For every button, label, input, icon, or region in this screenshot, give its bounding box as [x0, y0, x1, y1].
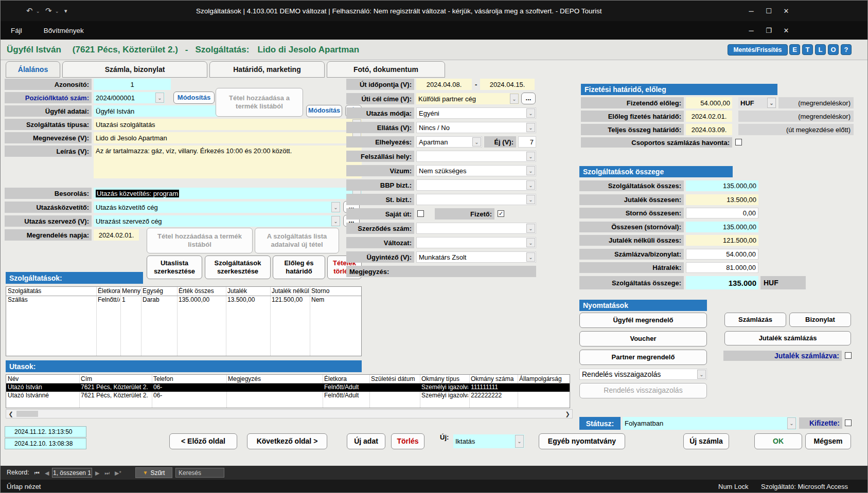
chevron-down-icon[interactable]: ⌄: [526, 166, 535, 175]
chevron-down-icon[interactable]: ⌄: [526, 180, 535, 190]
chevron-down-icon[interactable]: ⌄: [526, 123, 535, 132]
eloleg-es-hatarido-button[interactable]: Előleg és határidő: [273, 255, 325, 279]
next-page-button[interactable]: Következő oldal >: [247, 433, 327, 449]
next-record-icon[interactable]: ▶: [95, 470, 99, 477]
first-record-icon[interactable]: ⏮: [34, 470, 40, 477]
prev-page-button[interactable]: < Előző oldal: [169, 433, 237, 449]
jutalek-szamlazas-button[interactable]: Jutalék számlázás: [724, 331, 851, 345]
child-close-icon[interactable]: ✕: [777, 21, 795, 40]
tab-altalanos[interactable]: Álalános: [6, 61, 60, 78]
table-row[interactable]: Utazó Istvánné 7621 Pécs, Közterület 2. …: [6, 392, 570, 400]
chevron-down-icon[interactable]: ⌄: [510, 94, 519, 104]
new-record-button[interactable]: Új adat: [347, 433, 385, 449]
combo-besorolas[interactable]: Utazás közvetítés: program ⌄: [94, 188, 362, 199]
combo-uj-iktatas[interactable]: Iktatás ⌄: [453, 434, 524, 448]
field-teljes-hatarido[interactable]: 2024.03.09.: [686, 124, 732, 135]
szolgaltatasok-szerkesztese-button[interactable]: Szolgáltatások szerkesztése: [205, 255, 271, 279]
table-row-selected[interactable]: Utazó István 7621 Pécs, Közterület 2. 06…: [6, 384, 570, 392]
uti-cel-browse-button[interactable]: ...: [521, 93, 536, 104]
scroll-right-icon[interactable]: ❯: [563, 410, 572, 418]
child-minimize-icon[interactable]: ─: [742, 21, 760, 40]
sajat-ut-checkbox[interactable]: [417, 210, 424, 217]
jutalek-szamlazva-checkbox[interactable]: [845, 352, 852, 359]
combo-uti-cel[interactable]: Külföldi partner cég ⌄: [416, 93, 519, 104]
tab-foto-dokumentum[interactable]: Fotó, dokumentum: [327, 61, 445, 78]
voucher-button[interactable]: Voucher: [579, 331, 707, 346]
scroll-left-icon[interactable]: ❮: [6, 410, 15, 418]
szamlazas-button[interactable]: Számlázás: [724, 313, 786, 327]
field-ut-ig[interactable]: 2024.04.15.: [480, 79, 535, 90]
combo-tipus[interactable]: Utazási szolgáltatás ⌄: [94, 119, 362, 130]
filter-toggle[interactable]: ▼ Szűrt: [135, 467, 172, 478]
new-record-icon[interactable]: ▶*: [115, 470, 121, 477]
csoportos-checkbox[interactable]: [735, 139, 742, 145]
combo-kozvetito[interactable]: Utazás közvetítő cég ⌄: [94, 202, 341, 213]
search-input[interactable]: Keresés: [175, 468, 224, 478]
combo-felszallasi[interactable]: ⌄: [416, 151, 536, 162]
menu-addins[interactable]: Bővítmények: [38, 21, 90, 40]
chevron-down-icon[interactable]: ⌄: [331, 202, 340, 212]
maximize-icon[interactable]: ☐: [760, 1, 777, 21]
partner-megrendelo-button[interactable]: Partner megrendelő: [579, 350, 707, 365]
quick-button-help[interactable]: ?: [841, 44, 852, 55]
combo-szerzodes[interactable]: ⌄: [416, 223, 536, 234]
utaslista-szerkesztese-button[interactable]: Utaslista szerkesztése: [147, 255, 202, 279]
delete-button[interactable]: Törlés: [391, 433, 424, 449]
menu-file[interactable]: Fájl: [5, 21, 28, 40]
quick-button-o[interactable]: O: [828, 44, 839, 55]
combo-currency[interactable]: HUF ⌄: [738, 97, 776, 108]
field-ut-tol[interactable]: 2024.04.08.: [416, 79, 472, 90]
tab-hatarido-marketing[interactable]: Határidő, marketing: [209, 61, 325, 78]
field-eloleg-hatarido[interactable]: 2024.02.01.: [686, 111, 732, 122]
chevron-down-icon[interactable]: ⌄: [767, 98, 776, 108]
chevron-down-icon[interactable]: ⌄: [526, 252, 535, 262]
chevron-down-icon[interactable]: ⌄: [526, 195, 535, 204]
add-item-button[interactable]: Tétel hozzáadása a termék listából: [147, 228, 253, 253]
chevron-down-icon[interactable]: ⌄: [155, 93, 164, 103]
customize-toolbar-icon[interactable]: ▾: [64, 8, 67, 14]
kifizette-checkbox[interactable]: [845, 419, 852, 426]
tab-szamla-bizonylat[interactable]: Számla, bizonylat: [62, 61, 207, 78]
rendeles-visszaigazolas-button[interactable]: Rendelés visszaigazolás: [579, 383, 707, 398]
combo-utazas-modja[interactable]: Egyéni ⌄: [416, 107, 536, 119]
combo-st[interactable]: ⌄: [416, 194, 536, 205]
last-record-icon[interactable]: ⏭: [104, 470, 110, 477]
utasok-horizontal-scrollbar[interactable]: ❮ ❯: [6, 409, 573, 418]
combo-megnevezes[interactable]: Lido di Jesolo Apartman ⌄: [94, 132, 362, 143]
field-azonosito[interactable]: 1: [94, 79, 171, 90]
scrollbar-thumb[interactable]: [16, 411, 38, 417]
redo-icon[interactable]: ↷: [45, 6, 52, 15]
field-jutalek-osszesen[interactable]: 13.500,00: [686, 194, 758, 205]
field-megrendeles-napja[interactable]: 2024.02.01.: [94, 229, 139, 241]
prev-record-icon[interactable]: ◀: [45, 470, 49, 477]
undo-icon[interactable]: ↶: [26, 6, 33, 15]
combo-valtozat[interactable]: ⌄: [416, 237, 536, 248]
chevron-down-icon[interactable]: ⌄: [331, 216, 340, 226]
redo-dropdown-icon[interactable]: ⌄: [55, 8, 59, 14]
chevron-down-icon[interactable]: ⌄: [787, 417, 796, 429]
combo-bbp[interactable]: ⌄: [416, 179, 536, 191]
ugyfel-megrendelo-button[interactable]: Ügyfél megrendelő: [579, 313, 707, 328]
new-invoice-button[interactable]: Új számla: [683, 433, 729, 449]
undo-dropdown-icon[interactable]: ⌄: [36, 8, 40, 14]
combo-rendeles-visszaigazolas[interactable]: Rendelés visszaigazolás ⌄: [579, 369, 707, 380]
chevron-down-icon[interactable]: ⌄: [526, 108, 535, 118]
chevron-down-icon[interactable]: ⌄: [515, 435, 524, 448]
child-restore-icon[interactable]: ❐: [760, 21, 777, 40]
chevron-down-icon[interactable]: ⌄: [526, 238, 535, 247]
add-item-button-top[interactable]: Tétel hozzáadása a termék listából: [216, 88, 303, 117]
modositas-ugyfel-button[interactable]: Módosítás: [306, 105, 342, 117]
field-fizetendo-eloleg[interactable]: 54.000,00: [686, 97, 732, 108]
ok-button[interactable]: OK: [754, 433, 802, 449]
field-ej[interactable]: 7: [518, 136, 536, 148]
minimize-icon[interactable]: ─: [742, 1, 760, 21]
quick-button-t[interactable]: T: [802, 44, 813, 55]
modositas-pozicio-button[interactable]: Módosítás: [173, 92, 215, 104]
quick-button-l[interactable]: L: [815, 44, 826, 55]
combo-pozicio[interactable]: 2024/000001 ⌄: [94, 92, 165, 103]
chevron-down-icon[interactable]: ⌄: [526, 152, 535, 161]
record-position-box[interactable]: 1, összesen 1: [52, 468, 92, 478]
chevron-down-icon[interactable]: ⌄: [472, 137, 481, 147]
add-from-service-button[interactable]: A szolgáltatás lista adataival új tétel: [255, 228, 339, 253]
combo-szervezo[interactable]: Utrazást szervező cég ⌄: [94, 215, 341, 227]
